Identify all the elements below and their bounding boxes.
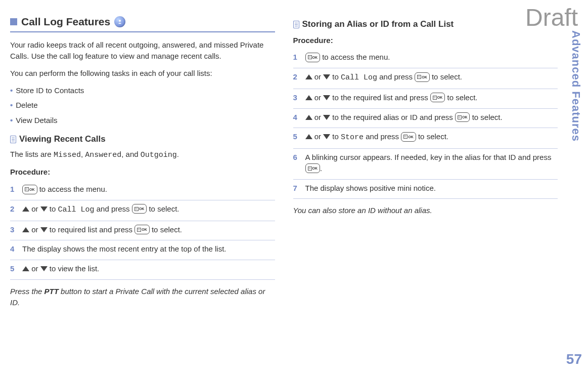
step-row: 4 The display shows the most recent entr…: [10, 240, 275, 260]
footer-note: You can also store an ID without an alia…: [293, 205, 558, 216]
document-icon: [293, 21, 299, 28]
document-icon: [10, 136, 16, 143]
step-body: or to required list and press to select.: [22, 224, 275, 235]
step-body: A blinking cursor appears. If needed, ke…: [305, 152, 558, 174]
text-fragment: to view the list.: [48, 264, 100, 273]
text-fragment: to required list and press: [48, 225, 135, 234]
step-number: 4: [10, 243, 17, 255]
step-number: 2: [10, 203, 17, 215]
step-number: 4: [293, 112, 300, 123]
footer-note: Press the PTT button to start a Private …: [10, 286, 275, 308]
ok-key-icon: [22, 185, 37, 194]
ok-key-icon: [401, 132, 416, 142]
list-item: •Store ID to Contacts: [10, 85, 275, 96]
page-content: Call Log Features Your radio keeps track…: [0, 0, 588, 318]
text-fragment: ,: [81, 150, 85, 158]
ok-key-icon: [132, 204, 147, 214]
down-arrow-icon: [323, 115, 330, 120]
section-title: Call Log Features: [21, 14, 110, 29]
procedure-label: Procedure:: [293, 35, 558, 46]
text-fragment: to select.: [470, 113, 502, 121]
text-fragment: , and: [121, 150, 141, 158]
step-row: 3 or to the required list and press to s…: [293, 89, 558, 109]
mono-text: Answered: [85, 151, 121, 159]
mono-text: Store: [341, 133, 364, 142]
down-arrow-icon: [323, 95, 330, 100]
step-body: or to the required alias or ID and press…: [305, 112, 558, 123]
up-arrow-icon: [22, 206, 29, 212]
step-body: The display shows positive mini notice.: [305, 183, 558, 194]
subsection-header-row: Viewing Recent Calls: [10, 133, 275, 146]
task-list: •Store ID to Contacts •Delete •View Deta…: [10, 85, 275, 126]
step-body: The display shows the most recent entry …: [22, 243, 275, 255]
down-arrow-icon: [40, 266, 48, 271]
step-body: or to Call Log and press to select.: [22, 203, 275, 216]
text-fragment: or: [29, 264, 40, 273]
ok-key-icon: [430, 93, 445, 102]
text-fragment: to select.: [150, 225, 182, 234]
ok-key-icon: [305, 163, 321, 173]
subsection-title: Viewing Recent Calls: [19, 133, 106, 146]
down-arrow-icon: [323, 134, 330, 139]
intro-paragraph-2: You can perform the following tasks in e…: [10, 68, 275, 79]
step-number: 3: [293, 92, 300, 103]
call-log-feature-icon: [114, 16, 125, 27]
down-arrow-icon: [40, 206, 48, 212]
list-item: •Delete: [10, 100, 275, 111]
step-number: 6: [293, 152, 300, 163]
step-row: 3 or to required list and press to selec…: [10, 221, 275, 241]
step-row: 7 The display shows positive mini notice…: [293, 180, 558, 199]
step-body: or to the required list and press to sel…: [305, 92, 558, 103]
left-column: Call Log Features Your radio keeps track…: [10, 14, 275, 308]
text-fragment: and press: [377, 72, 415, 81]
text-fragment: to the required alias or ID and press: [330, 113, 455, 121]
step-row: 4 or to the required alias or ID and pre…: [293, 109, 558, 129]
page-number: 57: [566, 349, 582, 370]
ok-key-icon: [134, 225, 150, 234]
step-number: 1: [293, 52, 300, 63]
text-fragment: to select.: [147, 204, 179, 213]
step-body: or to Call Log and press to select.: [305, 71, 558, 84]
intro-paragraph-1: Your radio keeps track of all recent out…: [10, 39, 275, 62]
procedure-label: Procedure:: [10, 167, 275, 178]
bullet-icon: •: [10, 115, 13, 126]
right-column: Storing an Alias or ID from a Call List …: [293, 14, 558, 308]
up-arrow-icon: [305, 74, 312, 79]
text-fragment: to: [48, 204, 58, 213]
ptt-label: PTT: [44, 287, 59, 296]
up-arrow-icon: [305, 134, 312, 139]
step-number: 2: [293, 71, 300, 82]
mono-text: Call Log: [341, 73, 377, 82]
up-arrow-icon: [22, 266, 29, 271]
text-fragment: or: [29, 204, 40, 213]
step-body: to access the menu.: [305, 52, 558, 63]
up-arrow-icon: [305, 115, 312, 120]
text-fragment: to: [330, 72, 341, 81]
watermark-text: Draft: [525, 0, 578, 35]
bullet-icon: •: [10, 85, 13, 96]
step-row: 2 or to Call Log and press to select.: [10, 200, 275, 221]
step-row: 1 to access the menu.: [10, 181, 275, 200]
text-fragment: to access the menu.: [320, 53, 390, 61]
list-item-label: Delete: [16, 100, 37, 111]
mono-text: Missed: [54, 151, 81, 159]
step-row: 5 or to Store and press to select.: [293, 128, 558, 149]
text-fragment: to the required list and press: [330, 93, 430, 102]
section-header-row: Call Log Features: [10, 14, 275, 32]
text-fragment: The lists are: [10, 150, 54, 158]
step-number: 3: [10, 224, 17, 235]
ok-key-icon: [455, 112, 470, 122]
ok-key-icon: [415, 72, 430, 82]
step-row: 1 to access the menu.: [293, 49, 558, 68]
step-row: 6 A blinking cursor appears. If needed, …: [293, 149, 558, 180]
text-fragment: to select.: [445, 93, 477, 102]
step-body: to access the menu.: [22, 184, 275, 195]
ok-key-icon: [305, 53, 321, 62]
step-row: 5 or to view the list.: [10, 260, 275, 280]
text-fragment: or: [312, 72, 324, 81]
text-fragment: Press the: [10, 287, 44, 296]
bullet-icon: •: [10, 100, 13, 111]
text-fragment: to select.: [430, 72, 462, 81]
text-fragment: or: [29, 225, 40, 234]
side-tab-label: Advanced Features: [568, 30, 584, 142]
